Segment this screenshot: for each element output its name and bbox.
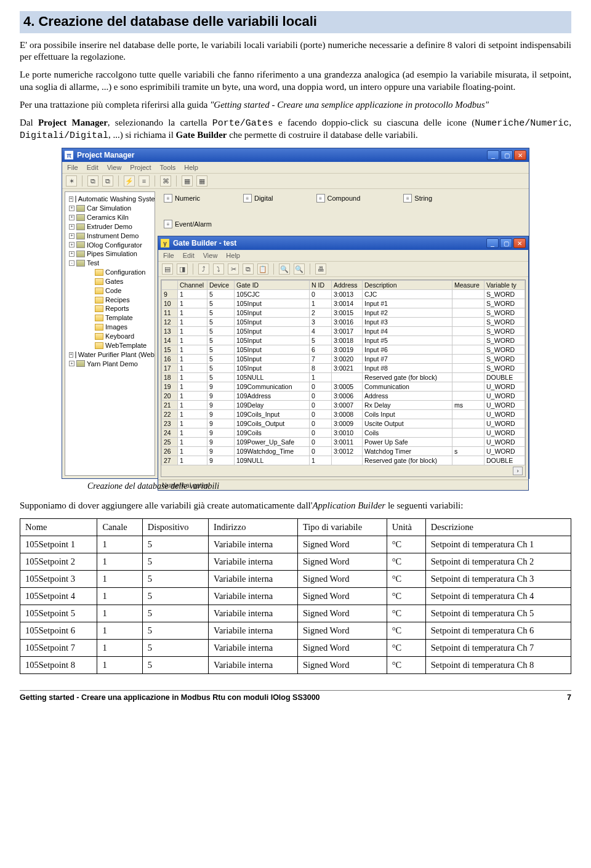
table-row[interactable]: 1715105Input83:0021Input #8S_WORD bbox=[162, 364, 525, 373]
toolbar-button[interactable]: ⚡ bbox=[124, 175, 135, 187]
column-header[interactable]: Description bbox=[363, 281, 452, 290]
tree-item[interactable]: +Extruder Demo bbox=[66, 222, 153, 231]
column-header[interactable]: Variable ty bbox=[484, 281, 525, 290]
table-row[interactable]: 2519109Power_Up_Safe03:0011Power Up Safe… bbox=[162, 438, 525, 447]
maximize-button[interactable]: ▢ bbox=[501, 150, 513, 160]
tree-item[interactable]: +Automatic Washing System Demo bbox=[66, 195, 153, 204]
table-row[interactable]: 1315105Input43:0017Input #4S_WORD bbox=[162, 327, 525, 336]
table-row[interactable]: 1415105Input53:0018Input #5S_WORD bbox=[162, 336, 525, 345]
tree-item[interactable]: Code bbox=[66, 286, 153, 295]
toolbar-button[interactable]: ✶ bbox=[66, 175, 77, 187]
tree-item[interactable]: Keyboard bbox=[66, 332, 153, 341]
expand-icon[interactable]: + bbox=[69, 352, 73, 358]
table-row[interactable]: 1015105Input13:0014Input #1S_WORD bbox=[162, 299, 525, 308]
table-row[interactable]: 2319109Coils_Output03:0009Uscite OutputU… bbox=[162, 419, 525, 428]
project-tree[interactable]: +Automatic Washing System Demo+Car Simul… bbox=[65, 191, 155, 476]
tree-item[interactable]: +Yarn Plant Demo bbox=[66, 360, 153, 369]
table-row[interactable]: 1515105Input63:0019Input #6S_WORD bbox=[162, 345, 525, 355]
toolbar-button[interactable]: 🔍 bbox=[279, 263, 290, 275]
column-header[interactable]: Device bbox=[207, 281, 235, 290]
gate-type-icon[interactable]: ≡String bbox=[403, 194, 432, 203]
expand-icon[interactable]: + bbox=[69, 196, 73, 202]
toolbar-button[interactable]: 📋 bbox=[257, 263, 268, 275]
column-header[interactable]: Address bbox=[332, 281, 363, 290]
gate-type-icon[interactable]: ≡Event/Alarm bbox=[164, 220, 212, 228]
toolbar-button[interactable]: ⧉ bbox=[102, 175, 113, 187]
expand-icon[interactable]: + bbox=[69, 206, 74, 211]
gate-type-icon[interactable]: ≡Digital bbox=[243, 194, 273, 203]
column-header[interactable] bbox=[162, 281, 178, 290]
table-row[interactable]: 2019109Address03:0006AddressU_WORD bbox=[162, 392, 525, 401]
tree-item[interactable]: Recipes bbox=[66, 295, 153, 305]
expand-icon[interactable]: + bbox=[69, 242, 74, 247]
expand-icon[interactable]: - bbox=[69, 260, 74, 266]
tree-item[interactable]: Configuration bbox=[66, 268, 153, 277]
toolbar-button[interactable]: ✂ bbox=[228, 263, 239, 275]
table-row[interactable]: 1615105Input73:0020Input #7S_WORD bbox=[162, 355, 525, 364]
minimize-button[interactable]: _ bbox=[486, 238, 499, 248]
table-row[interactable]: 915105CJC03:0013CJCS_WORD bbox=[162, 290, 525, 299]
table-row[interactable]: 2419109Coils03:0010CoilsU_WORD bbox=[162, 428, 525, 438]
menu-item[interactable]: View bbox=[107, 164, 122, 171]
toolbar-button[interactable]: ▦ bbox=[196, 175, 207, 187]
tree-item[interactable]: +Water Purifier Plant (Web Server) bbox=[66, 350, 153, 360]
tree-item[interactable]: Images bbox=[66, 323, 153, 332]
menu-item[interactable]: File bbox=[163, 252, 174, 259]
table-row[interactable]: 2619109Watchdog_Time03:0012Watchdog Time… bbox=[162, 447, 525, 456]
gb-grid[interactable]: ChannelDeviceGate IDN IDAddressDescripti… bbox=[161, 279, 526, 477]
menu-item[interactable]: Tools bbox=[160, 164, 176, 171]
tree-item[interactable]: -Test bbox=[66, 259, 153, 268]
expand-icon[interactable]: + bbox=[69, 224, 74, 230]
expand-icon[interactable]: + bbox=[69, 361, 74, 366]
column-header[interactable]: Measure bbox=[452, 281, 484, 290]
column-header[interactable]: Gate ID bbox=[235, 281, 310, 290]
menu-item[interactable]: Help bbox=[226, 252, 240, 259]
menu-item[interactable]: Project bbox=[130, 164, 151, 171]
tree-item[interactable]: Reports bbox=[66, 304, 153, 313]
menu-item[interactable]: Edit bbox=[183, 252, 195, 259]
toolbar-button[interactable]: ⧉ bbox=[87, 175, 98, 187]
scroll-right-button[interactable]: › bbox=[513, 467, 523, 475]
toolbar-button[interactable]: ⧉ bbox=[243, 263, 254, 275]
menu-item[interactable]: View bbox=[203, 252, 218, 259]
menu-item[interactable]: Edit bbox=[87, 164, 98, 171]
table-row[interactable]: 1215105Input33:0016Input #3S_WORD bbox=[162, 318, 525, 327]
gate-type-icon[interactable]: ≡Compound bbox=[316, 194, 361, 203]
tree-item[interactable]: +Car Simulation bbox=[66, 204, 153, 213]
expand-icon[interactable]: + bbox=[69, 251, 74, 257]
toolbar-button[interactable]: 🔍 bbox=[294, 263, 305, 275]
toolbar-button[interactable]: ⌘ bbox=[160, 175, 171, 187]
menu-item[interactable]: Help bbox=[184, 164, 198, 171]
tree-item[interactable]: WebTemplate bbox=[66, 341, 153, 350]
maximize-button[interactable]: ▢ bbox=[500, 238, 512, 248]
minimize-button[interactable]: _ bbox=[487, 150, 499, 160]
expand-icon[interactable]: + bbox=[69, 215, 74, 220]
table-row[interactable]: 2119109Delay03:0007Rx DelaymsU_WORD bbox=[162, 401, 525, 410]
table-row[interactable]: 2219109Coils_Input03:0008Coils InputU_WO… bbox=[162, 410, 525, 419]
expand-icon[interactable]: + bbox=[69, 233, 74, 239]
table-row[interactable]: 1115105Input23:0015Input #2S_WORD bbox=[162, 308, 525, 318]
menu-item[interactable]: File bbox=[67, 164, 78, 171]
tree-item[interactable]: Gates bbox=[66, 277, 153, 286]
tree-item[interactable]: +Instrument Demo bbox=[66, 231, 153, 241]
toolbar-button[interactable]: ◨ bbox=[177, 263, 188, 275]
toolbar-button[interactable]: ▤ bbox=[162, 263, 173, 275]
toolbar-button[interactable]: 🖶 bbox=[315, 263, 326, 275]
tree-item[interactable]: +Pipes Simulation bbox=[66, 249, 153, 259]
table-row[interactable]: 2719109NULL1Reserved gate (for block)DOU… bbox=[162, 456, 525, 465]
tree-item[interactable]: +Ceramics Kiln bbox=[66, 213, 153, 222]
column-header[interactable]: N ID bbox=[310, 281, 332, 290]
close-button[interactable]: ✕ bbox=[513, 238, 526, 248]
toolbar-button[interactable]: ⤴ bbox=[198, 263, 209, 275]
horizontal-scroll[interactable]: › bbox=[161, 465, 525, 476]
gate-type-icon[interactable]: ≡Numeric bbox=[164, 194, 200, 203]
tree-item[interactable]: +IOlog Configurator bbox=[66, 241, 153, 250]
toolbar-button[interactable]: ≡ bbox=[139, 175, 150, 187]
toolbar-button[interactable]: ⤵ bbox=[213, 263, 224, 275]
close-button[interactable]: ✕ bbox=[514, 150, 526, 160]
tree-item[interactable]: Template bbox=[66, 313, 153, 323]
toolbar-button[interactable]: ▦ bbox=[182, 175, 193, 187]
table-row[interactable]: 1919109Communication03:0005Communication… bbox=[162, 382, 525, 392]
table-row[interactable]: 1815105NULL1Reserved gate (for block)DOU… bbox=[162, 373, 525, 382]
column-header[interactable]: Channel bbox=[178, 281, 207, 290]
